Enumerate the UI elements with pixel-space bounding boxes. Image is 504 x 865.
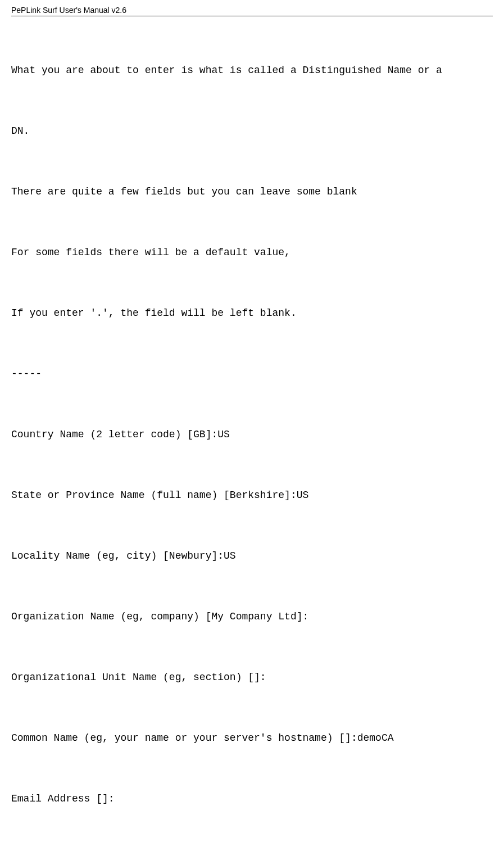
term-line: There are quite a few fields but you can… — [11, 182, 493, 202]
term-line: Organization Name (eg, company) [My Comp… — [11, 606, 493, 627]
term-line: Locality Name (eg, city) [Newbury]:US — [11, 546, 493, 566]
term-line: State or Province Name (full name) [Berk… — [11, 485, 493, 505]
page-header: PePLink Surf User's Manual v2.6 — [11, 6, 493, 16]
term-line: Common Name (eg, your name or your serve… — [11, 728, 493, 748]
header-title: PePLink Surf User's Manual v2.6 — [11, 6, 126, 15]
page: PePLink Surf User's Manual v2.6 What you… — [0, 0, 504, 865]
term-line: DN. — [11, 121, 493, 141]
term-line: Country Name (2 letter code) [GB]:US — [11, 424, 493, 445]
term-line: Organizational Unit Name (eg, section) [… — [11, 667, 493, 687]
term-line: Email Address []: — [11, 789, 493, 809]
terminal-output-block: What you are about to enter is what is c… — [11, 20, 493, 849]
term-line: What you are about to enter is what is c… — [11, 60, 493, 80]
term-line: ----- — [11, 364, 493, 384]
term-line: If you enter '.', the field will be left… — [11, 303, 493, 323]
term-line: For some fields there will be a default … — [11, 242, 493, 262]
